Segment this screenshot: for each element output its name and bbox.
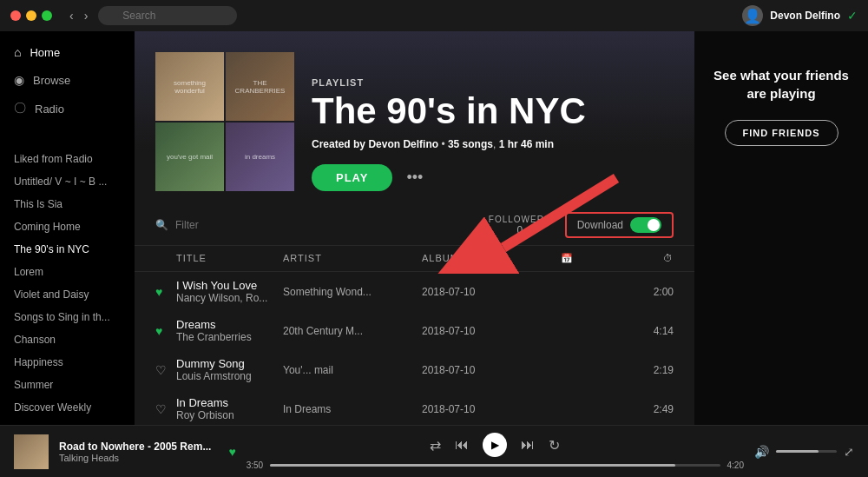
sidebar-playlists: Liked from Radio Untitled/ V ~ I ~ B ...… <box>0 144 135 425</box>
search-wrapper: 🔍 <box>98 6 237 25</box>
find-friends-button[interactable]: FIND FRIENDS <box>725 120 838 146</box>
track-album: 20th Century M... <box>283 325 422 337</box>
radio-icon: 〇 <box>14 101 26 116</box>
sidebar-item-label: Home <box>30 46 60 59</box>
filter-search-icon: 🔍 <box>155 219 168 231</box>
heart-icon[interactable]: ♡ <box>155 402 176 416</box>
heart-icon[interactable]: ♡ <box>155 363 176 377</box>
col-date-icon: 📅 <box>561 253 630 264</box>
track-title-cell: Dummy Song Louis Armstrong <box>176 357 283 382</box>
track-title: I Wish You Love <box>176 279 276 292</box>
track-album: You'... mail <box>283 364 422 376</box>
track-artist: Louis Armstrong <box>176 370 276 382</box>
track-row[interactable]: ♥ Dreams The Cranberries 20th Century M.… <box>135 311 694 350</box>
browse-icon: ◉ <box>14 73 24 87</box>
now-playing-artist: Talking Heads <box>59 453 211 463</box>
close-button[interactable] <box>10 10 21 21</box>
download-label: Download <box>577 219 623 231</box>
repeat-button[interactable]: ↻ <box>549 437 560 454</box>
sidebar-playlist-tbt[interactable]: TBT <box>0 419 135 425</box>
playlist-meta: Created by Devon Delfino • 35 songs, 1 h… <box>312 138 586 150</box>
sidebar-item-radio[interactable]: 〇 Radio <box>0 94 135 123</box>
sidebar-playlist-songs-sing[interactable]: Songs to Sing in th... <box>0 306 135 328</box>
sidebar-item-label: Radio <box>35 103 64 116</box>
sidebar-playlist-chanson[interactable]: Chanson <box>0 328 135 351</box>
play-button[interactable]: PLAY <box>312 164 392 191</box>
track-title: Dreams <box>176 318 276 331</box>
progress-bar-wrapper: 3:50 4:20 <box>247 460 744 470</box>
sidebar-playlist-liked-radio[interactable]: Liked from Radio <box>0 148 135 170</box>
track-title: In Dreams <box>176 396 276 409</box>
sidebar-playlist-happiness[interactable]: Happiness <box>0 351 135 374</box>
title-bar: ‹ › 🔍 👤 Devon Delfino ✓ <box>0 0 868 31</box>
player-right-controls: 🔊 ⤢ <box>754 445 854 459</box>
minimize-button[interactable] <box>26 10 36 21</box>
progress-track[interactable] <box>270 464 720 467</box>
content-area: something wonderful THE CRANBERRIES you'… <box>135 31 868 425</box>
cover-cell-2: THE CRANBERRIES <box>226 52 294 121</box>
col-album: ALBUM <box>422 253 561 264</box>
playlist-info: PLAYLIST The 90's in NYC Created by Devo… <box>312 77 586 191</box>
track-artist: Roy Orbison <box>176 409 276 421</box>
playlist-actions: PLAY ••• <box>312 164 586 191</box>
heart-icon[interactable]: ♥ <box>155 324 176 338</box>
expand-button[interactable]: ⤢ <box>844 445 854 459</box>
playlist-type-label: PLAYLIST <box>312 77 586 88</box>
now-playing-bar: Road to Nowhere - 2005 Rem... Talking He… <box>0 425 868 477</box>
download-toggle[interactable] <box>630 217 661 233</box>
followers-block: FOLLOWERS 0 <box>489 215 551 236</box>
track-row[interactable]: ♡ In Dreams Roy Orbison In Dreams 2018-0… <box>135 389 694 425</box>
traffic-lights <box>10 10 52 21</box>
next-button[interactable]: ⏭ <box>521 437 535 453</box>
forward-button[interactable]: › <box>81 7 92 24</box>
cover-cell-3: you've got mail <box>155 123 224 191</box>
main-content: something wonderful THE CRANBERRIES you'… <box>135 31 694 425</box>
track-album: In Dreams <box>283 403 422 415</box>
sidebar-item-browse[interactable]: ◉ Browse <box>0 66 135 94</box>
back-button[interactable]: ‹ <box>66 7 77 24</box>
track-row[interactable]: ♡ Dummy Song Louis Armstrong You'... mai… <box>135 350 694 389</box>
track-duration: 2:19 <box>630 364 674 376</box>
track-list-header: 🔍 FOLLOWERS 0 Download <box>135 205 694 246</box>
duration: 1 hr 46 min <box>499 138 554 150</box>
now-playing-info: Road to Nowhere - 2005 Rem... Talking He… <box>59 441 211 463</box>
followers-label: FOLLOWERS <box>489 215 551 224</box>
search-input[interactable] <box>98 6 237 25</box>
heart-icon[interactable]: ♥ <box>155 285 176 299</box>
friends-text: See what your friends are playing <box>708 66 854 103</box>
sidebar-playlist-coming-home[interactable]: Coming Home <box>0 215 135 238</box>
main-layout: ⌂ Home ◉ Browse 〇 Radio Liked from Radio… <box>0 31 868 425</box>
player-controls: ⇄ ⏮ ▶ ⏭ ↻ 3:50 4:20 <box>247 433 744 470</box>
sidebar-playlist-lorem[interactable]: Lorem <box>0 261 135 283</box>
track-album: Something Wond... <box>283 286 422 298</box>
prev-button[interactable]: ⏮ <box>455 437 469 453</box>
more-options-button[interactable]: ••• <box>406 169 423 187</box>
cover-cell-4: in dreams <box>226 123 294 191</box>
track-artist: Nancy Wilson, Ro... <box>176 292 276 304</box>
verified-icon: ✓ <box>847 9 858 23</box>
maximize-button[interactable] <box>42 10 52 21</box>
sidebar-playlist-discover-weekly[interactable]: Discover Weekly <box>0 396 135 419</box>
sidebar-playlist-summer[interactable]: Summer <box>0 374 135 396</box>
creator-name: Devon Delfino <box>368 138 438 150</box>
cover-cell-1: something wonderful <box>155 52 224 121</box>
sidebar-playlist-90s-nyc[interactable]: The 90's in NYC <box>0 238 135 261</box>
progress-fill <box>270 464 675 467</box>
volume-slider[interactable] <box>776 450 837 453</box>
sidebar-playlist-this-is-sia[interactable]: This Is Sia <box>0 193 135 215</box>
now-playing-title: Road to Nowhere - 2005 Rem... <box>59 441 211 453</box>
sidebar-playlist-untitled[interactable]: Untitled/ V ~ I ~ B ... <box>0 170 135 193</box>
track-row[interactable]: ♥ I Wish You Love Nancy Wilson, Ro... So… <box>135 272 694 311</box>
total-time: 4:20 <box>727 460 744 470</box>
current-time: 3:50 <box>247 460 263 470</box>
titlebar-right: 👤 Devon Delfino ✓ <box>742 5 858 26</box>
shuffle-button[interactable]: ⇄ <box>430 437 441 454</box>
home-icon: ⌂ <box>14 45 21 59</box>
filter-input[interactable] <box>175 219 306 231</box>
sidebar-item-home[interactable]: ⌂ Home <box>0 38 135 66</box>
liked-now-playing-icon[interactable]: ♥ <box>228 445 235 459</box>
track-date: 2018-07-10 <box>422 325 561 337</box>
play-pause-button[interactable]: ▶ <box>483 433 507 457</box>
track-date: 2018-07-10 <box>422 403 561 415</box>
sidebar-playlist-violet-daisy[interactable]: Violet and Daisy <box>0 283 135 306</box>
